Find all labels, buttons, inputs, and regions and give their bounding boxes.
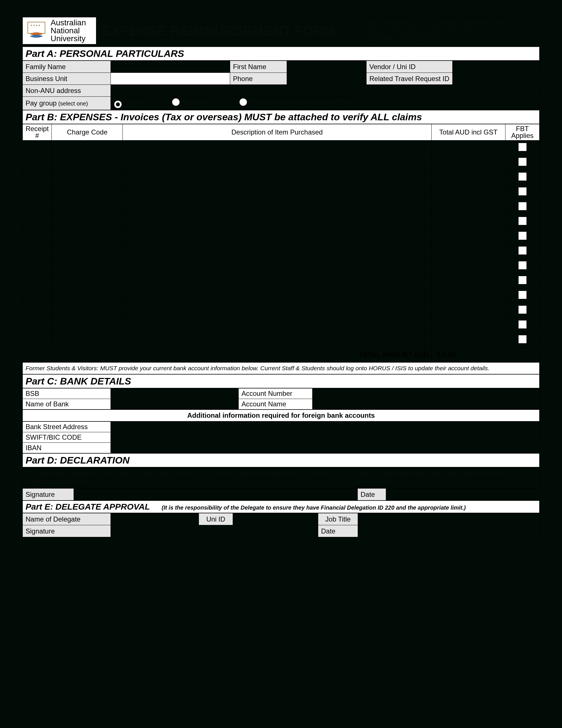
cell-total[interactable]: [432, 214, 505, 229]
cell-total[interactable]: [432, 155, 505, 170]
input-business-unit[interactable]: [111, 73, 230, 85]
input-delegate-signature[interactable]: [111, 525, 318, 537]
cell-desc[interactable]: [123, 170, 432, 185]
cell-charge[interactable]: [52, 303, 123, 318]
radio-student[interactable]: Student: [172, 98, 206, 106]
cell-total[interactable]: [432, 274, 505, 288]
checkbox-icon[interactable]: [518, 217, 527, 225]
checkbox-icon[interactable]: [518, 172, 527, 181]
cell-desc[interactable]: [123, 140, 432, 155]
cell-receipt[interactable]: [23, 259, 52, 274]
cell-receipt[interactable]: [23, 185, 52, 200]
cell-total[interactable]: [432, 140, 505, 155]
cell-fbt[interactable]: [505, 244, 540, 259]
input-bank-addr[interactable]: [111, 422, 540, 432]
radio-staff[interactable]: Staff: [114, 100, 138, 109]
cell-receipt[interactable]: [23, 140, 52, 155]
input-iban[interactable]: [111, 443, 540, 453]
cell-receipt[interactable]: [23, 214, 52, 229]
cell-receipt[interactable]: [23, 170, 52, 185]
input-account-number[interactable]: [312, 388, 540, 399]
cell-receipt[interactable]: [23, 288, 52, 303]
radio-other[interactable]: Person of Interest / Visitor / Other: [239, 98, 351, 106]
cell-receipt[interactable]: [23, 244, 52, 259]
cell-receipt[interactable]: [23, 318, 52, 333]
cell-fbt[interactable]: [505, 288, 540, 303]
cell-total[interactable]: [432, 303, 505, 318]
cell-receipt[interactable]: [23, 229, 52, 244]
cell-charge[interactable]: [52, 318, 123, 333]
input-delegate-name[interactable]: [111, 513, 199, 525]
input-first-name[interactable]: [287, 61, 366, 73]
checkbox-icon[interactable]: [518, 305, 527, 314]
cell-charge[interactable]: [52, 155, 123, 170]
cell-fbt[interactable]: [505, 229, 540, 244]
cell-total[interactable]: [432, 170, 505, 185]
cell-desc[interactable]: [123, 214, 432, 229]
cell-charge[interactable]: [52, 274, 123, 288]
cell-fbt[interactable]: [505, 214, 540, 229]
cell-fbt[interactable]: [505, 185, 540, 200]
input-uni-id[interactable]: [233, 513, 318, 525]
cell-desc[interactable]: [123, 229, 432, 244]
cell-fbt[interactable]: [505, 303, 540, 318]
cell-desc[interactable]: [123, 288, 432, 303]
cell-desc[interactable]: [123, 244, 432, 259]
cell-charge[interactable]: [52, 288, 123, 303]
cell-charge[interactable]: [52, 333, 123, 348]
input-job-title[interactable]: [358, 513, 540, 525]
checkbox-icon[interactable]: [518, 231, 527, 240]
checkbox-icon[interactable]: [518, 291, 527, 299]
cell-total[interactable]: [432, 185, 505, 200]
input-travel-id[interactable]: [452, 73, 540, 85]
checkbox-icon[interactable]: [518, 143, 527, 151]
input-vendor[interactable]: [452, 61, 540, 73]
cell-charge[interactable]: [52, 259, 123, 274]
input-phone[interactable]: [287, 73, 366, 85]
input-account-name[interactable]: [312, 399, 540, 409]
cell-total[interactable]: [432, 318, 505, 333]
input-date[interactable]: [386, 489, 540, 501]
cell-desc[interactable]: [123, 185, 432, 200]
cell-total[interactable]: [432, 288, 505, 303]
cell-receipt[interactable]: [23, 200, 52, 214]
cell-receipt[interactable]: [23, 303, 52, 318]
cell-desc[interactable]: [123, 200, 432, 214]
cell-total[interactable]: [432, 333, 505, 348]
input-swift[interactable]: [111, 432, 540, 443]
cell-receipt[interactable]: [23, 333, 52, 348]
checkbox-icon[interactable]: [518, 246, 527, 255]
cell-total[interactable]: [432, 229, 505, 244]
cell-charge[interactable]: [52, 214, 123, 229]
cell-desc[interactable]: [123, 155, 432, 170]
input-delegate-date[interactable]: [358, 525, 540, 537]
cell-fbt[interactable]: [505, 259, 540, 274]
input-signature[interactable]: [74, 489, 358, 501]
cell-fbt[interactable]: [505, 170, 540, 185]
cell-charge[interactable]: [52, 170, 123, 185]
cell-receipt[interactable]: [23, 274, 52, 288]
checkbox-icon[interactable]: [518, 158, 527, 166]
cell-desc[interactable]: [123, 303, 432, 318]
checkbox-icon[interactable]: [518, 202, 527, 210]
cell-fbt[interactable]: [505, 155, 540, 170]
checkbox-icon[interactable]: [518, 320, 527, 329]
cell-fbt[interactable]: [505, 200, 540, 214]
cell-charge[interactable]: [52, 185, 123, 200]
cell-fbt[interactable]: [505, 274, 540, 288]
cell-fbt[interactable]: [505, 333, 540, 348]
cell-total[interactable]: [432, 259, 505, 274]
cell-total[interactable]: [432, 200, 505, 214]
cell-fbt[interactable]: [505, 140, 540, 155]
input-family-name[interactable]: [111, 61, 230, 73]
cell-charge[interactable]: [52, 229, 123, 244]
cell-desc[interactable]: [123, 259, 432, 274]
cell-desc[interactable]: [123, 333, 432, 348]
cell-fbt[interactable]: [505, 318, 540, 333]
input-bsb[interactable]: [111, 388, 239, 399]
cell-total[interactable]: [432, 244, 505, 259]
cell-charge[interactable]: [52, 244, 123, 259]
cell-desc[interactable]: [123, 274, 432, 288]
cell-charge[interactable]: [52, 200, 123, 214]
checkbox-icon[interactable]: [518, 335, 527, 344]
